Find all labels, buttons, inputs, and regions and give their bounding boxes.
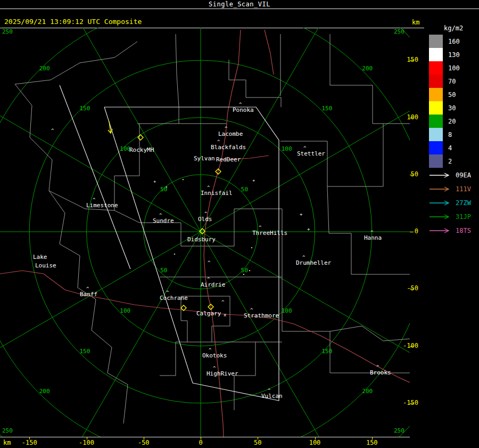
city-label: ThreeHills — [252, 230, 287, 237]
bottom-axis-unit-label: km — [3, 439, 11, 446]
bottom-distance-axis: -150-100-50050100150 — [0, 437, 415, 448]
town-marker: ^ — [302, 255, 305, 260]
boundary-line — [176, 34, 179, 124]
city-label: Vulcan — [261, 393, 283, 400]
city-label: Banff — [80, 291, 97, 298]
city-label: Sylvan — [194, 155, 215, 162]
legend-unit-label: kg/m2 — [444, 25, 463, 32]
x-tick-label: 100 — [309, 439, 321, 446]
point-marker: · — [250, 243, 254, 251]
town-marker: ^ — [86, 286, 89, 291]
town-marker: ^ — [159, 213, 162, 218]
x-tick-label: -50 — [138, 439, 150, 446]
y-tick-label: 150 — [397, 56, 418, 63]
city-label: Sundre — [153, 217, 174, 224]
vil-color-scale: kg/m2 16013010070503020842 — [429, 25, 463, 168]
city-label: Lacombe — [218, 131, 243, 137]
y-tick-label: -50 — [397, 284, 418, 292]
legend-entry: 70 — [429, 75, 463, 88]
city-label: Strathmore — [244, 312, 279, 319]
x-tick-label: 0 — [199, 439, 202, 446]
city-label: Stettler — [297, 150, 325, 157]
radar-source-row: 111V — [429, 182, 471, 196]
point-marker: * — [153, 180, 156, 185]
point-marker: · — [247, 266, 252, 274]
town-marker: ^ — [207, 185, 210, 190]
boundary-line — [114, 124, 139, 223]
x-tick-label: -150 — [22, 439, 37, 446]
town-marker: ^ — [370, 230, 374, 235]
town-marker: ^ — [250, 307, 253, 313]
radar-arrow-icon — [429, 172, 451, 178]
city-label: Cochrane — [160, 295, 188, 302]
town-marker: ^ — [93, 197, 96, 202]
legend-entry: 130 — [429, 48, 463, 61]
boundary-line — [15, 84, 128, 423]
legend-swatch — [429, 101, 443, 115]
city-label: Drumheller — [296, 259, 332, 266]
radar-arrow-icon — [429, 214, 451, 220]
city-label: Didsbury — [187, 236, 216, 243]
radar-arrow-icon — [429, 186, 451, 192]
ring-distance-label: 100 — [282, 145, 292, 152]
town-marker: ^ — [259, 225, 262, 230]
city-label: HighRiver — [207, 370, 238, 377]
radar-id-label: 18TS — [456, 227, 471, 234]
right-distance-axis: 150100500-50-100-150 — [397, 0, 429, 448]
legend-entry: 20 — [429, 115, 463, 128]
city-label: RedDeer — [216, 156, 241, 163]
point-marker: + — [307, 226, 310, 232]
legend-entry: 2 — [429, 154, 463, 168]
legend-swatch — [429, 115, 443, 128]
point-marker: + — [300, 211, 303, 217]
point-marker: ^ — [51, 128, 54, 133]
ring-distance-label: 50 — [160, 267, 167, 274]
ring-distance-label: 150 — [322, 348, 333, 355]
town-marker: ^ — [204, 211, 208, 216]
radar-id-label: 27ZW — [456, 199, 471, 207]
legend-entry: 8 — [429, 128, 463, 141]
city-label: Hanna — [364, 234, 382, 241]
radar-id-label: 111V — [456, 185, 471, 193]
town-marker: ^ — [166, 290, 169, 295]
radar-source-row: 18TS — [429, 224, 471, 238]
road-line — [265, 30, 274, 75]
ring-distance-label: 200 — [39, 388, 50, 395]
boundary-line — [15, 42, 137, 84]
radial-line — [0, 232, 201, 402]
radar-source-row: 27ZW — [429, 196, 471, 210]
city-label: Lake — [33, 254, 47, 260]
legend-swatch — [429, 61, 443, 75]
point-marker: x — [224, 312, 227, 317]
town-marker: ^ — [209, 347, 212, 353]
point-marker: ^ — [221, 299, 225, 305]
legend-value: 70 — [448, 78, 456, 85]
radial-line — [201, 232, 371, 448]
legend-entry: 30 — [429, 101, 463, 115]
legend-swatch — [429, 128, 443, 141]
x-tick-label: -100 — [79, 439, 94, 446]
city-label: Brooks — [370, 369, 391, 376]
town-marker: ^ — [268, 388, 271, 393]
town-marker: ^ — [303, 145, 307, 151]
y-tick-label: -150 — [397, 399, 418, 406]
radar-arrow-icon — [429, 227, 451, 234]
town-marker: ^ — [213, 365, 216, 371]
point-marker: · — [181, 175, 185, 183]
city-label: Airdrie — [201, 281, 225, 288]
ring-distance-label: 200 — [39, 65, 50, 72]
town-marker: ^ — [239, 102, 242, 107]
radial-line — [201, 0, 371, 232]
y-tick-label: 100 — [397, 113, 418, 121]
city-label: RockyMH — [129, 146, 154, 153]
ring-distance-label: 250 — [2, 28, 13, 35]
radar-id-label: 09EA — [456, 172, 471, 179]
ring-distance-label: 150 — [322, 105, 333, 112]
legend-value: 100 — [448, 64, 460, 72]
boundary-line — [229, 60, 281, 107]
legend-value: 160 — [448, 38, 460, 45]
city-label: Olds — [198, 216, 212, 223]
ring-distance-label: 200 — [362, 65, 373, 72]
radar-source-row: 31JP — [429, 210, 471, 224]
x-tick-label: 150 — [366, 439, 378, 446]
